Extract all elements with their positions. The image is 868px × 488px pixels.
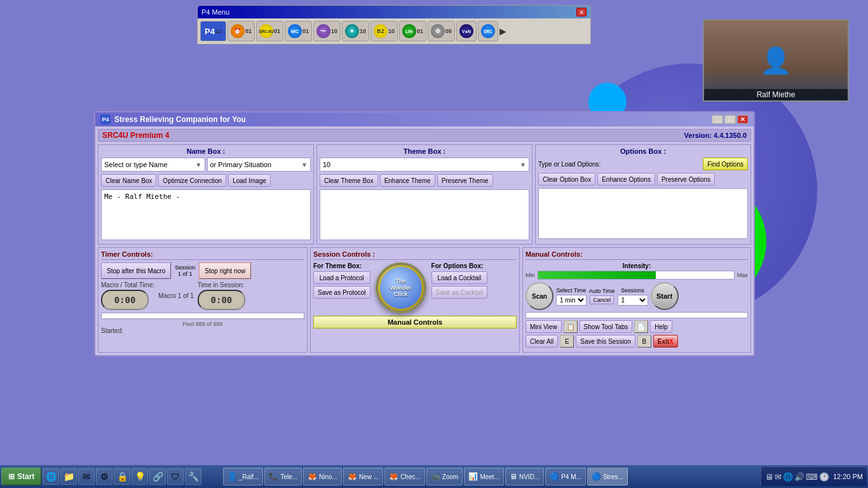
clear-option-box-button[interactable]: Clear Option Box: [538, 173, 595, 186]
macro-total-label: Macro / Total Time:: [101, 281, 154, 288]
taskbar-app-nvid[interactable]: 🖥NVID...: [505, 468, 544, 485]
p4-icon-mc[interactable]: MC 01: [285, 21, 312, 41]
p4-icon-ud3[interactable]: SRC: [478, 21, 498, 41]
preserve-options-button[interactable]: Preserve Options: [657, 173, 715, 186]
start-button[interactable]: Start: [651, 282, 679, 310]
theme-select-dropdown[interactable]: 10 ▼: [320, 158, 529, 172]
tray-icon-network[interactable]: 🌐: [783, 472, 793, 482]
preserve-theme-button[interactable]: Preserve Theme: [437, 174, 493, 187]
tool-tabs-icon-button[interactable]: 📄: [634, 320, 648, 333]
win-close-button[interactable]: ✕: [737, 115, 749, 124]
taskbar-icon-mail[interactable]: ✉: [78, 468, 95, 485]
start-button-taskbar[interactable]: ⊞ Start: [1, 468, 41, 485]
p4-icon-clock[interactable]: ⏰ 01: [227, 21, 255, 41]
clear-all-button[interactable]: Clear All: [526, 335, 558, 348]
taskbar-icon-misc4[interactable]: 🛡: [167, 468, 184, 485]
tray-icon-clock[interactable]: 🕐: [819, 472, 829, 482]
enhance-options-button[interactable]: Enhance Options: [597, 173, 655, 186]
b2-num: 10: [388, 28, 395, 34]
e-icon-button[interactable]: E: [560, 335, 574, 348]
theme-box-textarea[interactable]: [320, 189, 529, 240]
taskbar-icon-misc2[interactable]: 💡: [132, 468, 148, 485]
taskbar-app-zoom[interactable]: 📹Zoom: [426, 468, 463, 485]
load-image-button[interactable]: Load Image: [228, 174, 271, 187]
wonder-click-inner: The Wonder Click: [380, 267, 422, 309]
taskbar-icon-misc5[interactable]: 🔧: [185, 468, 201, 485]
win-minimize-button[interactable]: _: [712, 115, 723, 124]
exit-button[interactable]: Exit X: [653, 335, 678, 348]
mini-view-button[interactable]: Mini View: [526, 320, 562, 333]
tray-icon-nvidia[interactable]: 🖥: [765, 472, 773, 482]
show-tool-tabs-button[interactable]: Show Tool Tabs: [580, 320, 633, 333]
taskbar-app-meet[interactable]: 📊Meet...: [464, 468, 504, 485]
taskbar-app-stres[interactable]: 🔵Stres...: [587, 468, 628, 485]
clear-theme-box-button[interactable]: Clear Theme Box: [320, 174, 378, 187]
p4-icon-swirl[interactable]: 〜 10: [313, 21, 341, 41]
taskbar-app-new[interactable]: 🦊New ...: [343, 468, 383, 485]
name-box-title: Name Box :: [101, 147, 311, 155]
p4-icon-gear[interactable]: ⚙ 05: [428, 21, 455, 41]
taskbar-app-tele[interactable]: 📞Tele...: [264, 468, 302, 485]
taskbar-app-p4m[interactable]: 🔵P4 M...: [545, 468, 586, 485]
help-button[interactable]: Help: [650, 320, 672, 333]
taskbar-icon-misc1[interactable]: 🔒: [114, 468, 130, 485]
stop-right-now-button[interactable]: Stop right now: [199, 262, 251, 279]
scan-button[interactable]: Scan: [526, 282, 553, 310]
clear-name-box-button[interactable]: Clear Name Box: [101, 174, 156, 187]
p4-icon-main[interactable]: P4 11: [200, 21, 226, 41]
stop-after-macro-button[interactable]: Stop after this Macro: [101, 262, 171, 279]
cancel-button[interactable]: Cancel: [590, 295, 614, 304]
wonder-click-button[interactable]: The Wonder Click: [376, 262, 426, 313]
select-time-label: Select Time: [556, 287, 586, 294]
taskbar-app-chec[interactable]: 🦊Chec...: [384, 468, 425, 485]
theme-select-arrow: ▼: [520, 161, 526, 168]
load-cocktail-button[interactable]: Load a Cocktail: [431, 271, 487, 284]
mc-num: 01: [302, 28, 309, 34]
timer-right-col: Time in Session: 0:00: [198, 281, 245, 310]
find-options-button[interactable]: Find Options: [703, 158, 748, 170]
p4-icon-src[interactable]: SRC4U 01: [256, 21, 283, 41]
load-protocol-button[interactable]: Load a Protocol: [313, 271, 370, 284]
name-select-dropdown[interactable]: Select or type Name ▼: [101, 158, 205, 172]
intensity-bar: [538, 271, 656, 279]
tray-icon-volume[interactable]: 🔊: [794, 472, 804, 482]
timer-display-1: 0:00: [101, 290, 149, 310]
win-maximize-button[interactable]: □: [724, 115, 736, 124]
situation-select-dropdown[interactable]: or Primary Situation ▼: [207, 158, 311, 172]
select-time-dropdown[interactable]: 1 min 2 min 5 min: [556, 295, 587, 306]
taskbar-icon-misc3[interactable]: 🔗: [149, 468, 166, 485]
tray-icon-battery[interactable]: ⌨: [806, 472, 818, 482]
webcam-overlay: 👤 Ralf Miethe: [703, 19, 849, 102]
optimize-connection-button[interactable]: Optimize Connection: [158, 174, 226, 187]
manual-controls-bar-button[interactable]: Manual Controls: [313, 316, 517, 329]
swirl-num: 10: [331, 28, 337, 34]
save-cocktail-button[interactable]: Save as Cocktail: [431, 286, 487, 299]
for-options-label: For Options Box:: [431, 262, 487, 269]
name-box-selects-row: Select or type Name ▼ or Primary Situati…: [101, 158, 311, 172]
options-box-textarea[interactable]: [538, 188, 748, 239]
app-icon-nino: 🦊: [308, 472, 317, 481]
save-protocol-button[interactable]: Save as Protocol: [313, 286, 370, 299]
taskbar-icon-browser[interactable]: 🌐: [43, 468, 59, 485]
p4-icon-life[interactable]: Life 01: [399, 21, 426, 41]
taskbar-icon-folder[interactable]: 📁: [60, 468, 77, 485]
p4-scroll-arrow[interactable]: ▶: [499, 26, 506, 36]
b-icon-button[interactable]: B: [637, 335, 651, 348]
taskbar-app-nino[interactable]: 🦊Nino...: [303, 468, 342, 485]
taskbar-app-ralf[interactable]: 👤_Ralf...: [223, 468, 264, 485]
intensity-bar-container[interactable]: [538, 271, 735, 280]
p4-icon-star[interactable]: ✦ 10: [342, 21, 369, 41]
app-title: Stress Relieving Companion for You: [114, 115, 246, 124]
p4-icon-von[interactable]: V●N: [456, 21, 477, 41]
p4-menu-close-button[interactable]: ✕: [576, 8, 587, 17]
src-num: 01: [274, 28, 280, 34]
taskbar-icon-settings[interactable]: ⚙: [96, 468, 112, 485]
enhance-theme-button[interactable]: Enhance Theme: [380, 174, 435, 187]
tray-icon-mail[interactable]: ✉: [775, 472, 782, 482]
mini-view-icon-button[interactable]: 📋: [564, 320, 578, 333]
p4-icon-b2[interactable]: B2 10: [370, 21, 398, 41]
name-box-textarea[interactable]: Me - Ralf Miethe -: [101, 189, 311, 240]
sessions-dropdown[interactable]: 1 2 3: [618, 295, 648, 306]
save-session-button[interactable]: Save this Session: [576, 335, 635, 348]
name-select-value: Select or type Name: [104, 161, 168, 168]
